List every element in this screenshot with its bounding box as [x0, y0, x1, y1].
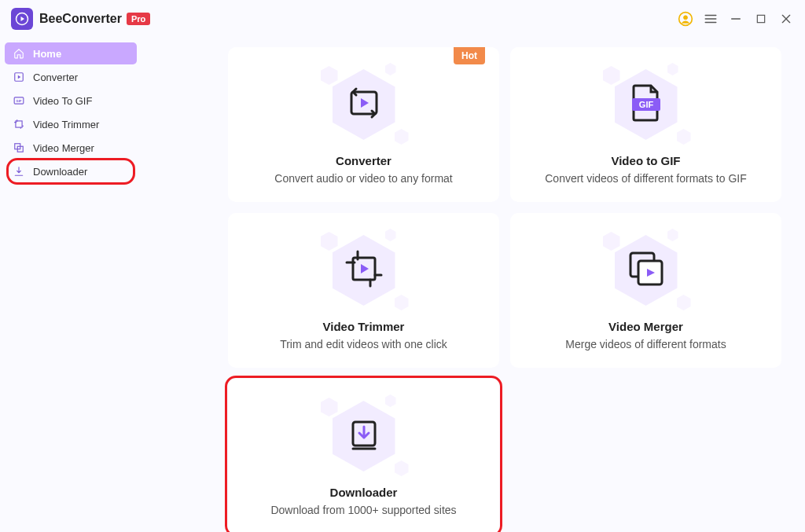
sidebar-item-label: Video Trimmer	[33, 119, 99, 130]
pro-badge: Pro	[127, 13, 150, 25]
home-icon	[13, 47, 25, 60]
svg-marker-17	[361, 264, 369, 273]
svg-text:GIF: GIF	[638, 100, 653, 109]
sidebar-item-label: Video To GIF	[33, 95, 92, 107]
card-title: Video to GIF	[526, 154, 766, 167]
card-title: Converter	[244, 154, 483, 167]
feature-grid: Hot Converter Convert audio or video to …	[228, 47, 781, 532]
sidebar-item-label: Converter	[33, 72, 78, 83]
card-title: Video Merger	[526, 320, 766, 333]
svg-text:GIF: GIF	[17, 99, 22, 103]
trim-icon	[13, 118, 25, 130]
close-icon[interactable]	[778, 11, 794, 27]
titlebar-controls	[678, 11, 794, 27]
minimize-icon[interactable]	[728, 11, 744, 27]
sidebar-item-converter[interactable]: Converter	[5, 66, 137, 88]
merge-icon	[13, 141, 25, 154]
card-icon-wrap: GIF	[595, 61, 697, 148]
card-icon-wrap	[595, 227, 697, 314]
svg-marker-13	[361, 98, 369, 108]
sidebar-item-label: Video Merger	[33, 142, 94, 154]
menu-icon[interactable]	[703, 11, 719, 27]
hot-badge: Hot	[454, 47, 485, 64]
svg-rect-9	[16, 121, 22, 127]
converter-icon	[345, 84, 383, 125]
play-box-icon	[13, 71, 25, 83]
merger-icon	[626, 248, 667, 292]
gif-file-icon: GIF	[627, 83, 665, 127]
sidebar-item-downloader[interactable]: Downloader	[5, 160, 137, 182]
card-icon-wrap	[313, 61, 415, 148]
card-desc: Download from 1000+ supported sites	[244, 504, 483, 516]
card-desc: Convert videos of different formats to G…	[526, 172, 766, 185]
svg-marker-1	[21, 17, 25, 21]
card-title: Video Trimmer	[244, 320, 483, 333]
card-icon-wrap	[313, 227, 415, 314]
card-desc: Convert audio or video to any format	[244, 172, 483, 185]
download-icon	[13, 165, 25, 178]
card-video-trimmer[interactable]: Video Trimmer Trim and edit videos with …	[228, 213, 499, 368]
maximize-icon[interactable]	[753, 11, 769, 27]
sidebar-item-video-trimmer[interactable]: Video Trimmer	[5, 113, 137, 135]
svg-point-3	[684, 16, 688, 20]
card-video-merger[interactable]: Video Merger Merge videos of different f…	[510, 213, 781, 368]
card-converter[interactable]: Hot Converter Convert audio or video to …	[228, 47, 499, 202]
card-desc: Merge videos of different formats	[526, 338, 766, 350]
main-panel: Hot Converter Convert audio or video to …	[142, 35, 805, 532]
gif-icon: GIF	[13, 94, 25, 107]
titlebar: BeeConverter Pro	[0, 0, 805, 35]
sidebar-item-video-merger[interactable]: Video Merger	[5, 137, 137, 159]
app-window: BeeConverter Pro	[0, 0, 805, 532]
sidebar: Home Converter GIF Video To GIF Video Tr…	[0, 35, 142, 532]
downloader-icon	[345, 416, 383, 457]
trimmer-icon	[344, 248, 384, 292]
card-icon-wrap	[313, 393, 415, 479]
sidebar-item-video-to-gif[interactable]: GIF Video To GIF	[5, 90, 137, 112]
app-title: BeeConverter	[39, 12, 122, 26]
sidebar-item-label: Downloader	[33, 166, 87, 178]
card-title: Downloader	[244, 486, 483, 499]
svg-marker-6	[18, 75, 20, 79]
card-video-to-gif[interactable]: GIF Video to GIF Convert videos of diffe…	[510, 47, 781, 202]
sidebar-item-label: Home	[33, 48, 61, 60]
svg-rect-4	[757, 15, 764, 22]
card-desc: Trim and edit videos with one click	[244, 338, 483, 350]
user-icon[interactable]	[678, 11, 693, 27]
app-logo-icon	[11, 8, 33, 30]
sidebar-item-home[interactable]: Home	[5, 42, 137, 64]
app-body: Home Converter GIF Video To GIF Video Tr…	[0, 35, 805, 532]
card-downloader[interactable]: Downloader Download from 1000+ supported…	[228, 379, 499, 532]
